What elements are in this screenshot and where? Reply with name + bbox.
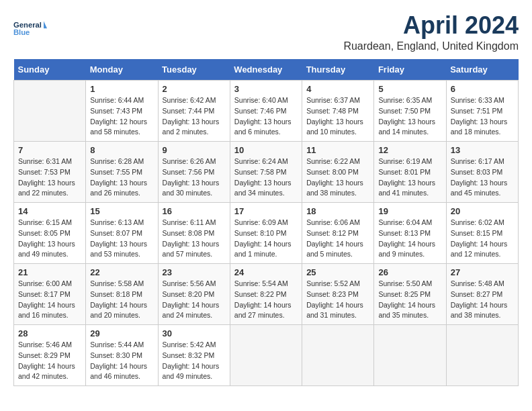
title-block: April 2024 Ruardean, England, United Kin… <box>343 13 519 52</box>
day-info: Sunrise: 6:09 AM Sunset: 8:10 PM Dayligh… <box>234 218 298 260</box>
calendar-cell: 1 Sunrise: 6:44 AM Sunset: 7:43 PM Dayli… <box>86 81 158 142</box>
calendar-cell: 28 Sunrise: 5:46 AM Sunset: 8:29 PM Dayl… <box>14 325 86 386</box>
calendar-week-row: 7 Sunrise: 6:31 AM Sunset: 7:53 PM Dayli… <box>14 142 519 203</box>
day-number: 1 <box>90 84 153 94</box>
logo-svg: General Blue <box>13 13 47 44</box>
calendar-day-header: Wednesday <box>230 59 302 81</box>
day-info: Sunrise: 5:56 AM Sunset: 8:20 PM Dayligh… <box>163 279 226 321</box>
day-info: Sunrise: 5:42 AM Sunset: 8:32 PM Dayligh… <box>163 340 226 382</box>
svg-text:Blue: Blue <box>13 28 30 36</box>
day-info: Sunrise: 5:54 AM Sunset: 8:22 PM Dayligh… <box>234 279 298 321</box>
day-info: Sunrise: 5:50 AM Sunset: 8:25 PM Dayligh… <box>378 279 441 321</box>
day-info: Sunrise: 6:28 AM Sunset: 7:55 PM Dayligh… <box>90 156 153 199</box>
calendar-day-header: Tuesday <box>158 59 230 81</box>
location: Ruardean, England, United Kingdom <box>343 40 519 52</box>
calendar-cell: 6 Sunrise: 6:33 AM Sunset: 7:51 PM Dayli… <box>446 81 518 142</box>
day-number: 30 <box>163 328 226 338</box>
calendar-week-row: 28 Sunrise: 5:46 AM Sunset: 8:29 PM Dayl… <box>14 325 519 386</box>
day-info: Sunrise: 6:19 AM Sunset: 8:01 PM Dayligh… <box>378 156 441 199</box>
calendar-cell: 23 Sunrise: 5:56 AM Sunset: 8:20 PM Dayl… <box>158 264 230 325</box>
day-info: Sunrise: 6:13 AM Sunset: 8:07 PM Dayligh… <box>90 218 153 260</box>
calendar-cell: 11 Sunrise: 6:22 AM Sunset: 8:00 PM Dayl… <box>302 142 374 203</box>
day-number: 21 <box>18 267 81 277</box>
day-number: 24 <box>234 267 298 277</box>
month-title: April 2024 <box>343 13 519 38</box>
day-number: 12 <box>378 145 441 155</box>
day-number: 8 <box>90 145 153 155</box>
calendar-day-header: Thursday <box>302 59 374 81</box>
day-info: Sunrise: 5:48 AM Sunset: 8:27 PM Dayligh… <box>451 279 514 321</box>
calendar-cell <box>230 325 302 386</box>
calendar-week-row: 1 Sunrise: 6:44 AM Sunset: 7:43 PM Dayli… <box>14 81 519 142</box>
day-info: Sunrise: 5:52 AM Sunset: 8:23 PM Dayligh… <box>306 279 369 321</box>
day-number: 22 <box>90 267 153 277</box>
calendar-cell <box>446 325 518 386</box>
calendar-cell: 8 Sunrise: 6:28 AM Sunset: 7:55 PM Dayli… <box>86 142 158 203</box>
calendar-week-row: 14 Sunrise: 6:15 AM Sunset: 8:05 PM Dayl… <box>14 203 519 264</box>
day-info: Sunrise: 6:04 AM Sunset: 8:13 PM Dayligh… <box>378 218 441 260</box>
day-number: 9 <box>163 145 226 155</box>
calendar-cell: 22 Sunrise: 5:58 AM Sunset: 8:18 PM Dayl… <box>86 264 158 325</box>
calendar-cell: 24 Sunrise: 5:54 AM Sunset: 8:22 PM Dayl… <box>230 264 302 325</box>
calendar-day-header: Saturday <box>446 59 518 81</box>
calendar-cell <box>302 325 374 386</box>
calendar-cell: 16 Sunrise: 6:11 AM Sunset: 8:08 PM Dayl… <box>158 203 230 264</box>
day-info: Sunrise: 5:58 AM Sunset: 8:18 PM Dayligh… <box>90 279 153 321</box>
day-number: 23 <box>163 267 226 277</box>
calendar-cell: 25 Sunrise: 5:52 AM Sunset: 8:23 PM Dayl… <box>302 264 374 325</box>
calendar-table: SundayMondayTuesdayWednesdayThursdayFrid… <box>13 59 519 386</box>
calendar-week-row: 21 Sunrise: 6:00 AM Sunset: 8:17 PM Dayl… <box>14 264 519 325</box>
calendar-cell: 4 Sunrise: 6:37 AM Sunset: 7:48 PM Dayli… <box>302 81 374 142</box>
svg-text:General: General <box>13 21 42 29</box>
day-info: Sunrise: 6:31 AM Sunset: 7:53 PM Dayligh… <box>18 156 81 199</box>
calendar-cell: 2 Sunrise: 6:42 AM Sunset: 7:44 PM Dayli… <box>158 81 230 142</box>
day-info: Sunrise: 6:40 AM Sunset: 7:46 PM Dayligh… <box>234 95 298 138</box>
day-number: 28 <box>18 328 81 338</box>
day-info: Sunrise: 6:42 AM Sunset: 7:44 PM Dayligh… <box>163 95 226 138</box>
day-info: Sunrise: 6:33 AM Sunset: 7:51 PM Dayligh… <box>451 95 514 138</box>
day-info: Sunrise: 6:26 AM Sunset: 7:56 PM Dayligh… <box>163 156 226 199</box>
calendar-cell: 21 Sunrise: 6:00 AM Sunset: 8:17 PM Dayl… <box>14 264 86 325</box>
day-number: 4 <box>306 84 369 94</box>
day-number: 5 <box>378 84 441 94</box>
logo: General Blue <box>13 13 47 44</box>
calendar-cell <box>14 81 86 142</box>
calendar-cell: 30 Sunrise: 5:42 AM Sunset: 8:32 PM Dayl… <box>158 325 230 386</box>
calendar-cell: 29 Sunrise: 5:44 AM Sunset: 8:30 PM Dayl… <box>86 325 158 386</box>
calendar-day-header: Friday <box>374 59 446 81</box>
page-header: General Blue April 2024 Ruardean, Englan… <box>13 13 519 52</box>
day-info: Sunrise: 6:24 AM Sunset: 7:58 PM Dayligh… <box>234 156 298 199</box>
day-number: 17 <box>234 206 298 216</box>
day-number: 6 <box>451 84 514 94</box>
day-info: Sunrise: 6:44 AM Sunset: 7:43 PM Dayligh… <box>90 95 153 138</box>
day-info: Sunrise: 6:22 AM Sunset: 8:00 PM Dayligh… <box>306 156 369 199</box>
calendar-cell: 15 Sunrise: 6:13 AM Sunset: 8:07 PM Dayl… <box>86 203 158 264</box>
day-info: Sunrise: 6:11 AM Sunset: 8:08 PM Dayligh… <box>163 218 226 260</box>
calendar-cell: 19 Sunrise: 6:04 AM Sunset: 8:13 PM Dayl… <box>374 203 446 264</box>
svg-marker-2 <box>44 21 47 29</box>
day-number: 16 <box>163 206 226 216</box>
calendar-header-row: SundayMondayTuesdayWednesdayThursdayFrid… <box>14 59 519 81</box>
calendar-cell: 12 Sunrise: 6:19 AM Sunset: 8:01 PM Dayl… <box>374 142 446 203</box>
day-info: Sunrise: 5:46 AM Sunset: 8:29 PM Dayligh… <box>18 340 81 382</box>
day-number: 25 <box>306 267 369 277</box>
day-number: 15 <box>90 206 153 216</box>
day-info: Sunrise: 6:06 AM Sunset: 8:12 PM Dayligh… <box>306 218 369 260</box>
calendar-cell: 14 Sunrise: 6:15 AM Sunset: 8:05 PM Dayl… <box>14 203 86 264</box>
day-number: 11 <box>306 145 369 155</box>
calendar-cell: 27 Sunrise: 5:48 AM Sunset: 8:27 PM Dayl… <box>446 264 518 325</box>
day-number: 27 <box>451 267 514 277</box>
day-number: 26 <box>378 267 441 277</box>
calendar-cell: 7 Sunrise: 6:31 AM Sunset: 7:53 PM Dayli… <box>14 142 86 203</box>
day-info: Sunrise: 6:37 AM Sunset: 7:48 PM Dayligh… <box>306 95 369 138</box>
day-number: 19 <box>378 206 441 216</box>
calendar-day-header: Sunday <box>14 59 86 81</box>
calendar-cell: 10 Sunrise: 6:24 AM Sunset: 7:58 PM Dayl… <box>230 142 302 203</box>
calendar-cell: 26 Sunrise: 5:50 AM Sunset: 8:25 PM Dayl… <box>374 264 446 325</box>
day-number: 18 <box>306 206 369 216</box>
day-info: Sunrise: 5:44 AM Sunset: 8:30 PM Dayligh… <box>90 340 153 382</box>
calendar-cell: 13 Sunrise: 6:17 AM Sunset: 8:03 PM Dayl… <box>446 142 518 203</box>
day-info: Sunrise: 6:15 AM Sunset: 8:05 PM Dayligh… <box>18 218 81 260</box>
calendar-day-header: Monday <box>86 59 158 81</box>
day-number: 7 <box>18 145 81 155</box>
